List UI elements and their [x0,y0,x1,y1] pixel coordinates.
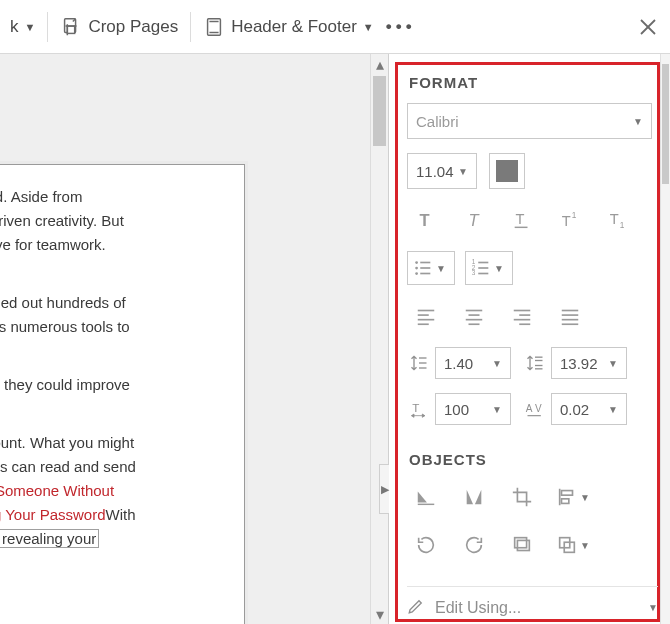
overflow-label: ••• [386,17,416,37]
replace-image-button[interactable] [503,528,541,562]
panel-scrollbar[interactable] [660,54,670,624]
scroll-down-icon[interactable]: ▾ [371,604,388,624]
app-window: { "toolbar": { "item_trunc_label": "k", … [0,0,670,624]
align-justify-button[interactable] [551,299,589,333]
toolbar-overflow-button[interactable]: ••• [386,17,416,37]
pencil-icon [407,597,425,619]
paragraph-spacing-select[interactable]: 13.92 ▼ [551,347,627,379]
paragraph-spacing-icon [523,353,547,373]
svg-text:1: 1 [572,211,577,220]
svg-rect-57 [517,540,529,550]
align-left-button[interactable] [407,299,445,333]
font-size-value: 11.04 [416,163,454,180]
header-footer-button[interactable]: Header & Footer ▼ [203,15,374,39]
svg-text:T: T [412,401,419,414]
chevron-down-icon: ▼ [608,358,618,369]
svg-text:V: V [535,403,542,414]
font-family-select[interactable]: Calibri ▼ [407,103,652,139]
underline-button[interactable]: T [503,203,541,237]
color-chip [496,160,518,182]
numbered-list-button[interactable]: 123 ▼ [465,251,513,285]
line-spacing-icon [407,353,431,373]
header-footer-label: Header & Footer [231,17,357,37]
crop-object-button[interactable] [503,480,541,514]
character-spacing-icon: AV [523,399,547,419]
document-page[interactable]: ess in the world. Aside from nd employee… [0,164,245,624]
line-spacing-value: 1.40 [444,355,473,372]
toolbar-truncated-item[interactable]: k ▼ [10,17,35,37]
paragraph-spacing-value: 13.92 [560,355,598,372]
main-area: ess in the world. Aside from nd employee… [0,54,670,624]
chevron-down-icon: ▼ [492,404,502,415]
svg-rect-1 [68,26,75,33]
align-objects-button[interactable]: ▼ [551,480,599,514]
svg-point-17 [415,272,418,275]
chevron-down-icon: ▼ [494,263,504,274]
paragraph: space per account. What you might ption.… [0,431,230,551]
format-panel: ▶ FORMAT Calibri ▼ 11.04 ▼ [388,54,670,624]
chevron-down-icon: ▼ [608,404,618,415]
paragraph: ess in the world. Aside from nd employee… [0,185,230,257]
svg-text:T: T [610,211,619,227]
svg-rect-55 [562,491,573,496]
toolbar-separator [190,12,191,42]
horizontal-scale-icon: T [407,399,431,419]
close-panel-button[interactable] [636,15,660,39]
panel-collapse-handle[interactable]: ▶ [379,464,389,514]
align-right-button[interactable] [503,299,541,333]
svg-text:T: T [562,213,571,229]
svg-rect-58 [515,538,527,548]
font-color-button[interactable] [489,153,525,189]
format-section-title: FORMAT [409,74,652,91]
chevron-down-icon: ▼ [648,602,658,613]
font-size-select[interactable]: 11.04 ▼ [407,153,477,189]
svg-point-15 [415,261,418,264]
character-spacing-value: 0.02 [560,401,589,418]
chevron-down-icon: ▼ [25,21,36,33]
toolbar-truncated-label: k [10,17,19,37]
paragraph: d examine how they could improve [0,373,230,397]
chevron-down-icon: ▼ [633,116,643,127]
align-center-button[interactable] [455,299,493,333]
subscript-button[interactable]: T1 [599,203,637,237]
crop-pages-label: Crop Pages [88,17,178,37]
svg-text:1: 1 [620,221,625,230]
superscript-button[interactable]: T1 [551,203,589,237]
document-viewport[interactable]: ess in the world. Aside from nd employee… [0,54,388,624]
horizontal-scale-value: 100 [444,401,469,418]
svg-text:T: T [469,211,481,229]
crop-pages-button[interactable]: Crop Pages [60,15,178,39]
selected-text[interactable]: ccount without revealing your [0,529,99,548]
scroll-thumb[interactable] [662,64,669,184]
scroll-thumb[interactable] [373,76,386,146]
toolbar-separator [47,12,48,42]
toolbar: k ▼ Crop Pages Header & Footer ▼ ••• [0,0,670,54]
edit-using-label: Edit Using... [435,599,521,617]
document-scrollbar[interactable]: ▴ ▾ [370,54,388,624]
arrange-objects-button[interactable]: ▼ [551,528,599,562]
edit-using-button[interactable]: Edit Using... ▼ [407,586,658,622]
header-footer-icon [203,15,225,39]
flip-horizontal-button[interactable] [407,480,445,514]
character-spacing-select[interactable]: 0.02 ▼ [551,393,627,425]
objects-section-title: OBJECTS [409,451,652,468]
svg-text:T: T [420,211,430,229]
rotate-ccw-button[interactable] [407,528,445,562]
italic-button[interactable]: T [455,203,493,237]
chevron-down-icon: ▼ [580,492,590,503]
horizontal-scale-select[interactable]: 100 ▼ [435,393,511,425]
crop-pages-icon [60,15,82,39]
bold-button[interactable]: T [407,203,445,237]
svg-text:3: 3 [472,269,476,276]
flip-vertical-button[interactable] [455,480,493,514]
paragraph: ms. It also carried out hundreds of ct t… [0,291,230,339]
chevron-down-icon: ▼ [436,263,446,274]
scroll-up-icon[interactable]: ▴ [371,54,388,74]
svg-text:T: T [516,211,525,227]
chevron-down-icon: ▼ [492,358,502,369]
bulleted-list-button[interactable]: ▼ [407,251,455,285]
chevron-down-icon: ▼ [363,21,374,33]
rotate-cw-button[interactable] [455,528,493,562]
line-spacing-select[interactable]: 1.40 ▼ [435,347,511,379]
chevron-down-icon: ▼ [458,166,468,177]
